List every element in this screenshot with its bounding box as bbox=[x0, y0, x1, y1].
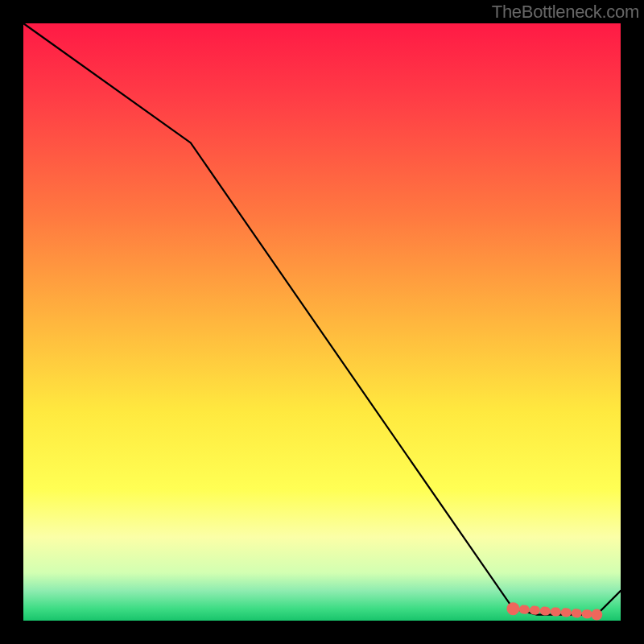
valley-segment bbox=[513, 609, 597, 614]
marker-start bbox=[506, 602, 519, 615]
watermark-text: TheBottleneck.com bbox=[492, 2, 639, 23]
curve-path bbox=[23, 23, 621, 615]
chart-svg bbox=[23, 23, 621, 621]
marker-end bbox=[591, 609, 602, 621]
chart-frame: TheBottleneck.com bbox=[0, 0, 644, 644]
